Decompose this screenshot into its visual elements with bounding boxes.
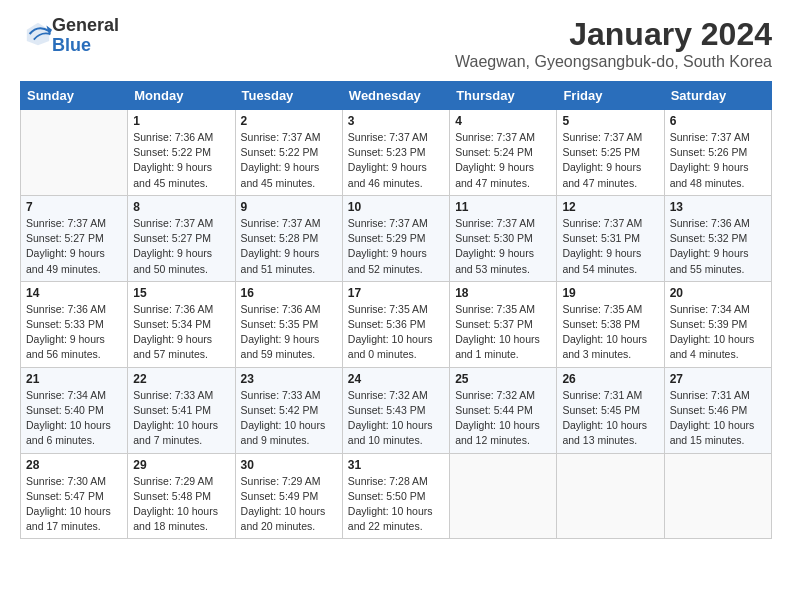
calendar-cell: 23Sunrise: 7:33 AM Sunset: 5:42 PM Dayli… [235, 367, 342, 453]
day-info: Sunrise: 7:31 AM Sunset: 5:45 PM Dayligh… [562, 388, 658, 449]
day-info: Sunrise: 7:30 AM Sunset: 5:47 PM Dayligh… [26, 474, 122, 535]
column-header-wednesday: Wednesday [342, 82, 449, 110]
day-number: 20 [670, 286, 766, 300]
day-info: Sunrise: 7:32 AM Sunset: 5:43 PM Dayligh… [348, 388, 444, 449]
calendar-cell: 1Sunrise: 7:36 AM Sunset: 5:22 PM Daylig… [128, 110, 235, 196]
calendar-cell [557, 453, 664, 539]
day-number: 19 [562, 286, 658, 300]
calendar-cell: 9Sunrise: 7:37 AM Sunset: 5:28 PM Daylig… [235, 195, 342, 281]
calendar-cell: 15Sunrise: 7:36 AM Sunset: 5:34 PM Dayli… [128, 281, 235, 367]
calendar-cell [664, 453, 771, 539]
day-number: 28 [26, 458, 122, 472]
day-info: Sunrise: 7:36 AM Sunset: 5:22 PM Dayligh… [133, 130, 229, 191]
calendar-week-4: 21Sunrise: 7:34 AM Sunset: 5:40 PM Dayli… [21, 367, 772, 453]
day-number: 14 [26, 286, 122, 300]
calendar-cell: 22Sunrise: 7:33 AM Sunset: 5:41 PM Dayli… [128, 367, 235, 453]
day-number: 4 [455, 114, 551, 128]
day-number: 1 [133, 114, 229, 128]
title-area: January 2024 Waegwan, Gyeongsangbuk-do, … [455, 16, 772, 71]
day-number: 5 [562, 114, 658, 128]
calendar-cell: 26Sunrise: 7:31 AM Sunset: 5:45 PM Dayli… [557, 367, 664, 453]
day-number: 10 [348, 200, 444, 214]
day-info: Sunrise: 7:33 AM Sunset: 5:41 PM Dayligh… [133, 388, 229, 449]
calendar-cell [21, 110, 128, 196]
calendar-cell: 18Sunrise: 7:35 AM Sunset: 5:37 PM Dayli… [450, 281, 557, 367]
day-info: Sunrise: 7:37 AM Sunset: 5:25 PM Dayligh… [562, 130, 658, 191]
calendar-cell: 3Sunrise: 7:37 AM Sunset: 5:23 PM Daylig… [342, 110, 449, 196]
day-info: Sunrise: 7:36 AM Sunset: 5:35 PM Dayligh… [241, 302, 337, 363]
day-info: Sunrise: 7:33 AM Sunset: 5:42 PM Dayligh… [241, 388, 337, 449]
day-number: 9 [241, 200, 337, 214]
day-info: Sunrise: 7:35 AM Sunset: 5:36 PM Dayligh… [348, 302, 444, 363]
column-header-saturday: Saturday [664, 82, 771, 110]
logo: General Blue [20, 16, 119, 56]
day-info: Sunrise: 7:32 AM Sunset: 5:44 PM Dayligh… [455, 388, 551, 449]
calendar-cell: 12Sunrise: 7:37 AM Sunset: 5:31 PM Dayli… [557, 195, 664, 281]
header: General Blue January 2024 Waegwan, Gyeon… [20, 16, 772, 71]
calendar-cell: 29Sunrise: 7:29 AM Sunset: 5:48 PM Dayli… [128, 453, 235, 539]
day-info: Sunrise: 7:36 AM Sunset: 5:33 PM Dayligh… [26, 302, 122, 363]
day-info: Sunrise: 7:34 AM Sunset: 5:40 PM Dayligh… [26, 388, 122, 449]
location-title: Waegwan, Gyeongsangbuk-do, South Korea [455, 53, 772, 71]
calendar-body: 1Sunrise: 7:36 AM Sunset: 5:22 PM Daylig… [21, 110, 772, 539]
day-number: 23 [241, 372, 337, 386]
calendar-cell: 7Sunrise: 7:37 AM Sunset: 5:27 PM Daylig… [21, 195, 128, 281]
column-header-thursday: Thursday [450, 82, 557, 110]
calendar-cell: 30Sunrise: 7:29 AM Sunset: 5:49 PM Dayli… [235, 453, 342, 539]
day-number: 25 [455, 372, 551, 386]
day-number: 7 [26, 200, 122, 214]
calendar-cell: 6Sunrise: 7:37 AM Sunset: 5:26 PM Daylig… [664, 110, 771, 196]
day-number: 12 [562, 200, 658, 214]
calendar-week-5: 28Sunrise: 7:30 AM Sunset: 5:47 PM Dayli… [21, 453, 772, 539]
day-info: Sunrise: 7:37 AM Sunset: 5:26 PM Dayligh… [670, 130, 766, 191]
calendar-cell: 17Sunrise: 7:35 AM Sunset: 5:36 PM Dayli… [342, 281, 449, 367]
column-header-sunday: Sunday [21, 82, 128, 110]
calendar-week-3: 14Sunrise: 7:36 AM Sunset: 5:33 PM Dayli… [21, 281, 772, 367]
day-info: Sunrise: 7:37 AM Sunset: 5:28 PM Dayligh… [241, 216, 337, 277]
day-info: Sunrise: 7:36 AM Sunset: 5:34 PM Dayligh… [133, 302, 229, 363]
calendar-cell: 16Sunrise: 7:36 AM Sunset: 5:35 PM Dayli… [235, 281, 342, 367]
logo-general-text: General [52, 15, 119, 35]
calendar-cell: 13Sunrise: 7:36 AM Sunset: 5:32 PM Dayli… [664, 195, 771, 281]
calendar-cell: 11Sunrise: 7:37 AM Sunset: 5:30 PM Dayli… [450, 195, 557, 281]
day-number: 26 [562, 372, 658, 386]
day-number: 2 [241, 114, 337, 128]
calendar-cell: 14Sunrise: 7:36 AM Sunset: 5:33 PM Dayli… [21, 281, 128, 367]
day-number: 21 [26, 372, 122, 386]
month-title: January 2024 [455, 16, 772, 53]
logo-blue-text: Blue [52, 35, 91, 55]
day-info: Sunrise: 7:37 AM Sunset: 5:29 PM Dayligh… [348, 216, 444, 277]
column-header-friday: Friday [557, 82, 664, 110]
day-info: Sunrise: 7:37 AM Sunset: 5:23 PM Dayligh… [348, 130, 444, 191]
calendar-cell: 20Sunrise: 7:34 AM Sunset: 5:39 PM Dayli… [664, 281, 771, 367]
calendar-cell: 31Sunrise: 7:28 AM Sunset: 5:50 PM Dayli… [342, 453, 449, 539]
calendar-table: SundayMondayTuesdayWednesdayThursdayFrid… [20, 81, 772, 539]
day-number: 30 [241, 458, 337, 472]
day-number: 18 [455, 286, 551, 300]
calendar-cell: 21Sunrise: 7:34 AM Sunset: 5:40 PM Dayli… [21, 367, 128, 453]
day-number: 17 [348, 286, 444, 300]
day-number: 22 [133, 372, 229, 386]
day-number: 31 [348, 458, 444, 472]
day-info: Sunrise: 7:35 AM Sunset: 5:37 PM Dayligh… [455, 302, 551, 363]
day-info: Sunrise: 7:36 AM Sunset: 5:32 PM Dayligh… [670, 216, 766, 277]
calendar-cell: 24Sunrise: 7:32 AM Sunset: 5:43 PM Dayli… [342, 367, 449, 453]
calendar-cell: 2Sunrise: 7:37 AM Sunset: 5:22 PM Daylig… [235, 110, 342, 196]
day-info: Sunrise: 7:28 AM Sunset: 5:50 PM Dayligh… [348, 474, 444, 535]
calendar-cell: 25Sunrise: 7:32 AM Sunset: 5:44 PM Dayli… [450, 367, 557, 453]
calendar-header-row: SundayMondayTuesdayWednesdayThursdayFrid… [21, 82, 772, 110]
day-info: Sunrise: 7:34 AM Sunset: 5:39 PM Dayligh… [670, 302, 766, 363]
calendar-week-2: 7Sunrise: 7:37 AM Sunset: 5:27 PM Daylig… [21, 195, 772, 281]
day-number: 15 [133, 286, 229, 300]
day-number: 27 [670, 372, 766, 386]
day-info: Sunrise: 7:37 AM Sunset: 5:31 PM Dayligh… [562, 216, 658, 277]
day-number: 24 [348, 372, 444, 386]
day-info: Sunrise: 7:37 AM Sunset: 5:27 PM Dayligh… [26, 216, 122, 277]
column-header-tuesday: Tuesday [235, 82, 342, 110]
day-info: Sunrise: 7:29 AM Sunset: 5:49 PM Dayligh… [241, 474, 337, 535]
calendar-cell: 19Sunrise: 7:35 AM Sunset: 5:38 PM Dayli… [557, 281, 664, 367]
column-header-monday: Monday [128, 82, 235, 110]
day-number: 3 [348, 114, 444, 128]
day-info: Sunrise: 7:37 AM Sunset: 5:22 PM Dayligh… [241, 130, 337, 191]
day-info: Sunrise: 7:37 AM Sunset: 5:30 PM Dayligh… [455, 216, 551, 277]
